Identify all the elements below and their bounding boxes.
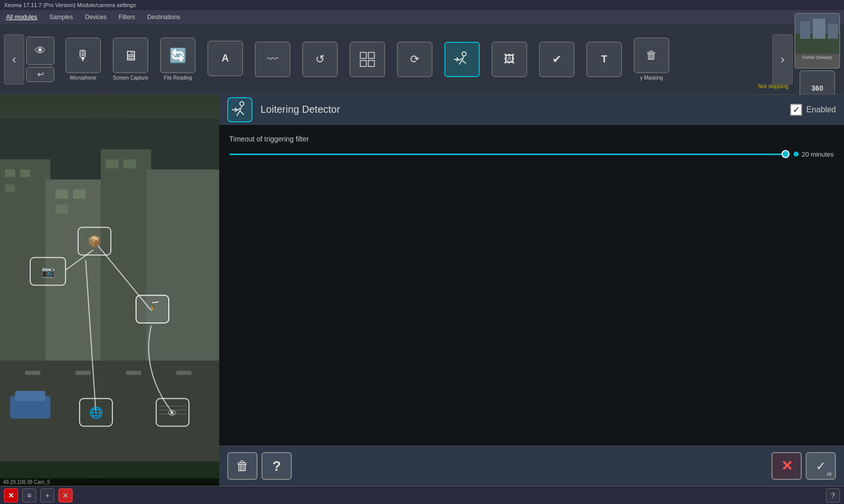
statusbar: ✕ ≡ + ✕ ? bbox=[0, 486, 844, 504]
chevron-right-icon: › bbox=[781, 52, 785, 66]
wave-icon-box: 〰 bbox=[255, 42, 290, 77]
module-text[interactable]: T bbox=[581, 40, 627, 79]
screen-capture-icon: 🖥 bbox=[123, 47, 138, 64]
svg-line-53 bbox=[240, 106, 242, 111]
enabled-label: Enabled bbox=[806, 105, 836, 114]
a-icon-box: A bbox=[208, 41, 243, 76]
svg-line-6 bbox=[459, 60, 462, 64]
help-icon: ? bbox=[272, 458, 281, 474]
module-check[interactable]: ✔ bbox=[534, 40, 579, 79]
camera-preview[interactable]: Fisher Dewarp bbox=[795, 13, 840, 68]
svg-text:📷: 📷 bbox=[41, 265, 55, 278]
privacy-masking-icon-box: 🗑 bbox=[634, 38, 669, 73]
toolbar-nav-left[interactable]: ‹ bbox=[4, 34, 24, 85]
svg-text:🌐: 🌐 bbox=[89, 406, 103, 419]
text-icon-box: T bbox=[587, 42, 622, 77]
module-loitering[interactable] bbox=[439, 40, 485, 79]
list-button[interactable]: ≡ bbox=[22, 488, 36, 502]
statusbar-help-button[interactable]: ? bbox=[826, 488, 840, 502]
right-panel: Loitering Detector ✓ Enabled Timeout of … bbox=[219, 95, 844, 486]
microphone-icon-box: 🎙 bbox=[66, 38, 101, 73]
cycle-icon-box: ⟳ bbox=[397, 42, 432, 77]
delete-button[interactable]: 🗑 bbox=[227, 452, 257, 480]
module-wave[interactable]: 〰 bbox=[250, 40, 295, 79]
enabled-checkbox-container[interactable]: ✓ Enabled bbox=[790, 104, 836, 116]
module-header-title: Loitering Detector bbox=[261, 104, 782, 115]
cancel-button[interactable]: ✕ bbox=[771, 452, 802, 480]
file-reading-icon: 🔄 bbox=[169, 47, 187, 64]
timeout-setting-row: Timeout of triggering filter 20 minutes bbox=[229, 135, 834, 159]
module-eye-icon-box[interactable]: 👁 bbox=[26, 37, 54, 65]
cancel-icon: ✕ bbox=[781, 458, 793, 474]
module-cycle[interactable]: ⟳ bbox=[392, 40, 437, 79]
node-diagram-svg: 📷 📦 🚶 🌐 👁 bbox=[0, 95, 219, 486]
menu-filters[interactable]: Filters bbox=[116, 13, 137, 22]
menu-destinations[interactable]: Destinations bbox=[145, 13, 182, 22]
slider-row: 20 minutes bbox=[229, 149, 834, 159]
svg-rect-0 bbox=[360, 52, 366, 58]
slider-thumb[interactable] bbox=[782, 150, 790, 158]
file-reading-label: File Reading bbox=[164, 75, 192, 81]
module-icons-row: 🎙 Microphone 🖥 Screen Capture 🔄 File Rea… bbox=[56, 28, 772, 90]
camera-preview-image bbox=[795, 14, 839, 54]
module-frame[interactable]: 🖼 bbox=[487, 40, 532, 79]
menu-samples[interactable]: Samples bbox=[47, 13, 75, 22]
svg-rect-13 bbox=[813, 19, 825, 39]
bottom-bar: 🗑 ? ✕ ✓ ok bbox=[219, 446, 844, 486]
svg-rect-1 bbox=[368, 52, 374, 58]
slider-value: 20 minutes bbox=[802, 151, 834, 158]
ok-checkmark-icon: ✓ bbox=[816, 459, 826, 473]
ok-button[interactable]: ✓ ok bbox=[806, 452, 836, 480]
close-icon: ✕ bbox=[8, 491, 14, 499]
menu-all-modules[interactable]: All modules bbox=[4, 13, 39, 22]
slider-value-dot bbox=[794, 152, 799, 157]
grid-icon-box bbox=[350, 42, 385, 77]
not-skipping-label: Not skipping bbox=[758, 83, 789, 89]
toolbar-nav-right[interactable]: › bbox=[772, 34, 793, 85]
close-app-button[interactable]: ✕ bbox=[4, 488, 18, 502]
menubar: All modules Samples Devices Filters Dest… bbox=[0, 10, 844, 24]
file-reading-icon-box: 🔄 bbox=[160, 38, 196, 73]
help-button[interactable]: ? bbox=[262, 452, 292, 480]
module-return-icon-box[interactable]: ↩ bbox=[26, 67, 54, 82]
module-screen-capture[interactable]: 🖥 Screen Capture bbox=[108, 36, 153, 83]
timeout-label: Timeout of triggering filter bbox=[229, 135, 834, 143]
timeout-slider-container[interactable] bbox=[229, 149, 786, 159]
text-icon: T bbox=[601, 53, 607, 65]
remove-button[interactable]: ✕ bbox=[58, 488, 73, 502]
camera-preview-label: Fisher Dewarp bbox=[795, 54, 839, 61]
module-file-reading[interactable]: 🔄 File Reading bbox=[155, 36, 201, 83]
slider-track bbox=[229, 154, 786, 155]
svg-point-52 bbox=[240, 102, 244, 106]
module-header: Loitering Detector ✓ Enabled bbox=[219, 95, 844, 125]
microphone-label: Microphone bbox=[70, 75, 96, 81]
rotate-icon-box: ↺ bbox=[302, 42, 338, 77]
grid-icon bbox=[359, 51, 375, 67]
svg-text:📦: 📦 bbox=[88, 235, 102, 248]
module-grid[interactable] bbox=[345, 40, 390, 79]
module-privacy-masking[interactable]: 🗑 y Masking bbox=[629, 36, 674, 83]
check-icon-box: ✔ bbox=[539, 42, 574, 77]
enabled-checkbox[interactable]: ✓ bbox=[790, 104, 802, 116]
add-button[interactable]: + bbox=[40, 488, 54, 502]
svg-line-37 bbox=[86, 260, 96, 411]
svg-line-55 bbox=[240, 111, 244, 115]
settings-area: Timeout of triggering filter 20 minutes bbox=[219, 125, 844, 446]
menu-devices[interactable]: Devices bbox=[83, 13, 109, 22]
svg-text:👁: 👁 bbox=[168, 408, 177, 418]
svg-point-4 bbox=[462, 52, 466, 56]
camera-background: 📷 📦 🚶 🌐 👁 bbox=[0, 95, 219, 486]
frame-icon: 🖼 bbox=[504, 53, 515, 66]
svg-rect-3 bbox=[368, 60, 374, 66]
svg-rect-2 bbox=[360, 60, 366, 66]
module-a[interactable]: A bbox=[203, 39, 248, 80]
privacy-masking-label: y Masking bbox=[640, 75, 663, 81]
not-skipping-container: Not skipping bbox=[758, 83, 789, 89]
slider-value-container: 20 minutes bbox=[794, 151, 834, 158]
ok-label: ok bbox=[826, 471, 832, 477]
rotate-icon: ↺ bbox=[315, 53, 324, 66]
module-microphone[interactable]: 🎙 Microphone bbox=[60, 36, 106, 83]
cycle-icon: ⟳ bbox=[410, 53, 419, 66]
loitering-icon-box bbox=[444, 42, 480, 77]
module-rotate[interactable]: ↺ bbox=[297, 40, 343, 79]
